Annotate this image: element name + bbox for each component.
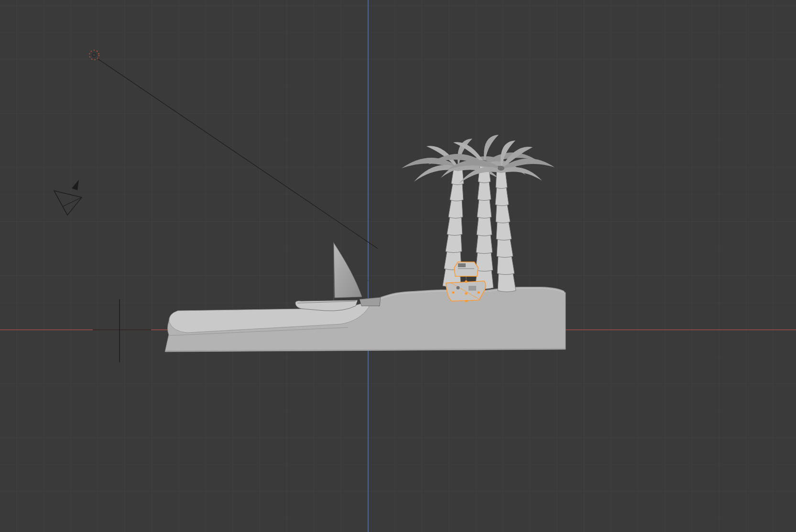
3d-viewport[interactable] [0,0,796,532]
viewport-canvas[interactable] [0,0,796,532]
selected-object-panel [469,286,476,291]
selected-object-window [458,263,466,267]
viewport-grid [0,0,796,532]
trunk-segment [496,171,507,189]
selection-vertex-dot [465,292,467,294]
selected-object-body[interactable] [446,281,486,301]
grid-lines [0,0,796,532]
trunk-segment [498,273,516,292]
trunk-segment [495,187,509,206]
trunk-segment [497,256,514,275]
trunk-segment [478,182,491,201]
selected-object-cab[interactable] [454,262,478,276]
selection-vertex-dot [465,280,467,282]
trunk-segment [446,234,462,253]
selected-object-detail [457,286,460,290]
trunk-segment [476,235,492,254]
trunk-segment [447,217,462,236]
sun-core-icon [92,53,96,57]
trunk-segment [477,199,491,218]
trunk-segment [496,222,512,240]
trunk-segment [477,217,492,236]
selection-origin-dot [465,300,467,302]
selection-vertex-dot [452,291,454,293]
selection-vertex-dot [477,291,480,293]
trunk-segment [497,239,513,258]
